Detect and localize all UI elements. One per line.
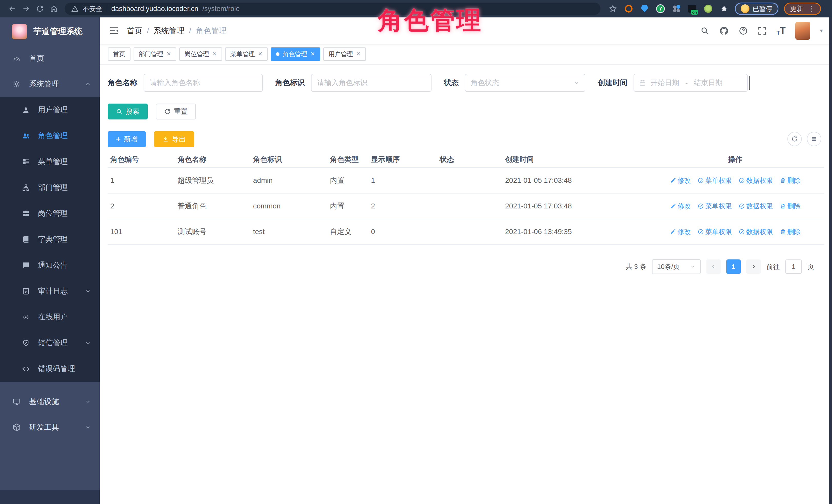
- sidebar-item-online-users[interactable]: 在线用户: [0, 304, 100, 330]
- search-icon[interactable]: [700, 26, 709, 35]
- tab-user[interactable]: 用户管理 ✕: [323, 47, 366, 61]
- sidebar-item-infrastructure[interactable]: 基础设施: [0, 389, 100, 415]
- page-1-button[interactable]: 1: [726, 260, 741, 274]
- column-settings-icon[interactable]: [807, 132, 821, 146]
- cell-create-time: 2021-01-05 17:03:48: [502, 193, 646, 219]
- delete-link[interactable]: 删除: [780, 228, 801, 236]
- avatar-caret-icon[interactable]: ▾: [820, 27, 823, 34]
- browser-home-icon[interactable]: [48, 3, 59, 15]
- extension-ring-icon[interactable]: [624, 4, 634, 14]
- sidebar-item-depts[interactable]: 部门管理: [0, 175, 100, 201]
- tab-post[interactable]: 岗位管理 ✕: [179, 47, 222, 61]
- menu-permission-link[interactable]: 菜单权限: [698, 202, 732, 211]
- sidebar-item-roles[interactable]: 角色管理: [0, 123, 100, 149]
- role-key-input[interactable]: [311, 74, 432, 92]
- delete-link[interactable]: 删除: [780, 202, 801, 211]
- sidebar-item-label: 错误码管理: [38, 364, 75, 374]
- start-date-placeholder[interactable]: 开始日期: [650, 78, 679, 88]
- goto-page-input[interactable]: [785, 260, 802, 274]
- edit-link[interactable]: 修改: [670, 202, 691, 211]
- cell-sort: 1: [368, 168, 437, 193]
- cell-role-type: 自定义: [328, 219, 368, 244]
- browser-update-chip[interactable]: 更新 ⋮: [784, 3, 821, 15]
- browser-forward-icon[interactable]: [21, 3, 32, 15]
- close-icon[interactable]: ✕: [310, 51, 315, 57]
- browser-reload-icon[interactable]: [34, 3, 46, 15]
- sidebar-item-label: 用户管理: [38, 105, 68, 115]
- end-date-placeholder[interactable]: 结束日期: [694, 78, 723, 88]
- kebab-menu-icon[interactable]: ⋮: [807, 5, 815, 12]
- menu-permission-link[interactable]: 菜单权限: [698, 228, 732, 236]
- tab-role[interactable]: 角色管理 ✕: [271, 47, 320, 61]
- next-page-button[interactable]: [746, 260, 761, 274]
- tab-menu[interactable]: 菜单管理 ✕: [225, 47, 268, 61]
- data-permission-link[interactable]: 数据权限: [739, 202, 773, 211]
- extension-gem-icon[interactable]: [640, 4, 650, 14]
- address-bar[interactable]: 不安全 dashboard.yudao.iocoder.cn /system/r…: [64, 3, 600, 15]
- close-icon[interactable]: ✕: [166, 51, 171, 57]
- user-avatar[interactable]: [795, 22, 810, 40]
- extension-pin-icon[interactable]: [719, 4, 729, 14]
- sidebar-item-menus[interactable]: 菜单管理: [0, 149, 100, 175]
- sidebar-item-dict[interactable]: 字典管理: [0, 227, 100, 252]
- bookmark-star-icon[interactable]: [608, 4, 618, 14]
- prev-page-button[interactable]: [706, 260, 721, 274]
- date-range-picker[interactable]: 开始日期 - 结束日期: [633, 74, 748, 92]
- sidebar-item-home[interactable]: 首页: [0, 46, 100, 71]
- profile-emoji-icon: [741, 4, 749, 13]
- tab-label: 菜单管理: [230, 50, 255, 58]
- sidebar-item-system-mgmt[interactable]: 系统管理: [0, 71, 100, 97]
- font-size-icon[interactable]: TT: [777, 25, 786, 36]
- page-scrollbar[interactable]: [829, 18, 832, 504]
- role-name-input[interactable]: [144, 74, 263, 92]
- reset-button[interactable]: 重置: [156, 104, 196, 120]
- profile-paused-chip[interactable]: 已暂停: [735, 3, 778, 15]
- search-button[interactable]: 搜索: [108, 104, 148, 120]
- close-icon[interactable]: ✕: [212, 51, 217, 57]
- cell-sort: 2: [368, 193, 437, 219]
- app-title: 芋道管理系统: [33, 26, 83, 37]
- extension-seven-icon[interactable]: 7: [655, 4, 666, 14]
- code-icon: [21, 365, 31, 373]
- delete-link[interactable]: 删除: [780, 176, 801, 185]
- hamburger-icon[interactable]: [109, 26, 119, 36]
- tab-label: 首页: [113, 50, 125, 58]
- page-size-select[interactable]: 10条/页: [652, 259, 701, 274]
- sidebar-item-posts[interactable]: 岗位管理: [0, 201, 100, 227]
- tree-table-icon: [21, 158, 31, 166]
- add-button[interactable]: + 新增: [108, 131, 146, 147]
- cell-role-id: 101: [108, 219, 175, 244]
- extension-monkey-icon[interactable]: [703, 4, 713, 14]
- main-area: 首页 / 系统管理 / 角色管理 TT ▾: [100, 18, 832, 504]
- tab-home[interactable]: 首页: [108, 47, 130, 61]
- extension-dev-icon[interactable]: on: [687, 4, 697, 14]
- data-permission-link[interactable]: 数据权限: [739, 176, 773, 185]
- breadcrumb-system[interactable]: 系统管理: [154, 26, 184, 36]
- data-permission-link[interactable]: 数据权限: [739, 228, 773, 236]
- help-icon[interactable]: [739, 26, 748, 35]
- sidebar-item-audit-log[interactable]: 审计日志: [0, 278, 100, 304]
- browser-back-icon[interactable]: [7, 3, 18, 15]
- sidebar-item-users[interactable]: 用户管理: [0, 97, 100, 123]
- edit-link[interactable]: 修改: [670, 176, 691, 185]
- sidebar-item-sms[interactable]: 短信管理: [0, 330, 100, 356]
- menu-permission-link[interactable]: 菜单权限: [698, 176, 732, 185]
- fullscreen-icon[interactable]: [758, 26, 767, 35]
- refresh-icon[interactable]: [787, 132, 802, 146]
- github-icon[interactable]: [719, 26, 729, 36]
- edit-link[interactable]: 修改: [670, 228, 691, 236]
- app-logo-row[interactable]: 芋道管理系统: [0, 18, 100, 46]
- extension-grid-icon[interactable]: [671, 4, 681, 14]
- export-button[interactable]: 导出: [154, 131, 194, 147]
- sidebar-collapse-bar[interactable]: [0, 489, 100, 504]
- page-size-value: 10条/页: [657, 262, 680, 271]
- sidebar-item-error-code[interactable]: 错误码管理: [0, 356, 100, 382]
- breadcrumb-home[interactable]: 首页: [127, 26, 142, 36]
- filter-actions: 搜索 重置: [108, 104, 824, 120]
- tab-dept[interactable]: 部门管理 ✕: [134, 47, 176, 61]
- close-icon[interactable]: ✕: [356, 51, 361, 57]
- sidebar-item-dev-tools[interactable]: 研发工具: [0, 415, 100, 440]
- status-select[interactable]: 角色状态: [465, 74, 586, 92]
- close-icon[interactable]: ✕: [258, 51, 263, 57]
- sidebar-item-notice[interactable]: 通知公告: [0, 252, 100, 278]
